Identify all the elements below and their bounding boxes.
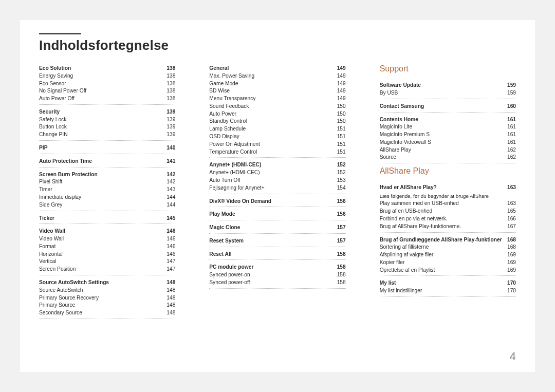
toc-entry[interactable]: Format146: [39, 243, 175, 251]
toc-entry[interactable]: Sound Feedback150: [209, 103, 345, 110]
toc-section: DivX® Video On Demand156: [209, 196, 345, 208]
toc-section-label: DivX® Video On Demand: [209, 198, 271, 206]
toc-section-title[interactable]: General149: [209, 63, 345, 72]
toc-entry[interactable]: Forbind en pc via et netværk.166: [380, 215, 516, 223]
toc-section-title[interactable]: PIP140: [39, 142, 175, 152]
toc-entry[interactable]: MagicInfo Videowall S161: [380, 139, 516, 146]
toc-section-label: Auto Protection Time: [39, 158, 92, 165]
toc-entry-label: Game Mode: [209, 80, 238, 88]
toc-entry[interactable]: Secondary Source148: [39, 309, 175, 317]
toc-section: Software Update159By USB159: [380, 80, 516, 99]
toc-entry[interactable]: Sortering af fillisterne168: [380, 244, 516, 251]
toc-section: Video Wall146Video Wall146Format146Horiz…: [39, 226, 175, 275]
toc-entry[interactable]: Safety Lock139: [39, 116, 175, 124]
toc-entry[interactable]: Video Wall146: [39, 235, 175, 243]
toc-entry[interactable]: Kopier filer169: [380, 259, 516, 267]
toc-entry[interactable]: Power On Adjustment151: [209, 141, 345, 148]
toc-entry[interactable]: Source162: [380, 154, 516, 161]
toc-entry[interactable]: Immediate display144: [39, 194, 175, 201]
toc-entry[interactable]: OSD Display151: [209, 133, 345, 141]
toc-section-title[interactable]: Hvad er AllShare Play?163: [380, 182, 516, 192]
toc-entry[interactable]: Menu Transparency149: [209, 95, 345, 103]
toc-section-label: Reset System: [209, 237, 244, 245]
toc-entry[interactable]: Change PIN139: [39, 131, 175, 139]
toc-entry[interactable]: Horizontal146: [39, 251, 175, 258]
toc-entry[interactable]: AllShare Play162: [380, 146, 516, 154]
toc-entry[interactable]: Synced power-off158: [209, 279, 345, 287]
toc-entry[interactable]: Standby Control150: [209, 118, 345, 125]
toc-entry-page: 138: [166, 87, 175, 95]
toc-section-page: 156: [337, 198, 346, 206]
toc-section-title[interactable]: Brug af Grundlæggende AllShare Play-funk…: [380, 234, 516, 244]
toc-entry[interactable]: Play sammen med en USB-enhed163: [380, 200, 516, 208]
toc-entry[interactable]: MagicInfo Premium S161: [380, 131, 516, 139]
toc-section-title[interactable]: Screen Burn Protection142: [39, 169, 175, 179]
toc-section-title[interactable]: Video Wall146: [39, 226, 175, 235]
toc-section-title[interactable]: Contact Samsung160: [380, 101, 516, 110]
toc-section-title[interactable]: Ticker145: [39, 213, 175, 222]
toc-entry[interactable]: Eco Sensor138: [39, 80, 175, 88]
toc-entry[interactable]: Max. Power Saving149: [209, 72, 345, 80]
toc-entry[interactable]: Synced power-on158: [209, 271, 345, 279]
toc-entry-label: Primary Source Recovery: [39, 294, 99, 302]
toc-entry-page: 165: [507, 208, 516, 215]
toc-entry[interactable]: My list indstillinger170: [380, 287, 516, 295]
toc-entry-page: 170: [507, 287, 516, 295]
toc-entry[interactable]: Brug af en USB-enhed165: [380, 208, 516, 215]
toc-entry[interactable]: Source AutoSwitch148: [39, 287, 175, 294]
toc-entry[interactable]: Auto Power150: [209, 110, 345, 118]
toc-section: Hvad er AllShare Play?163Læs følgende, f…: [380, 182, 516, 232]
toc-entry[interactable]: Primary Source148: [39, 302, 175, 309]
toc-section-title[interactable]: Anynet+ (HDMI-CEC)152: [209, 159, 345, 169]
toc-section-title[interactable]: Software Update159: [380, 80, 516, 89]
toc-entry[interactable]: Auto Turn Off153: [209, 177, 345, 184]
toc-entry-page: 150: [337, 118, 346, 125]
column-3: SupportSoftware Update159By USB159Contac…: [380, 63, 516, 321]
toc-entry[interactable]: Lamp Schedule151: [209, 125, 345, 133]
toc-entry[interactable]: By USB159: [380, 89, 516, 97]
toc-section-title[interactable]: Auto Protection Time141: [39, 156, 175, 165]
toc-entry[interactable]: Temperature Control151: [209, 148, 345, 156]
toc-entry[interactable]: Pixel Shift142: [39, 178, 175, 186]
toc-section: Magic Clone157: [209, 222, 345, 234]
toc-entry[interactable]: Timer143: [39, 186, 175, 194]
toc-section-title[interactable]: Source AutoSwitch Settings148: [39, 277, 175, 287]
toc-entry[interactable]: Primary Source Recovery148: [39, 294, 175, 302]
toc-section-label: Magic Clone: [209, 224, 240, 232]
toc-section-title[interactable]: Reset System157: [209, 235, 345, 245]
toc-section-title[interactable]: PC module power158: [209, 262, 345, 271]
toc-section-title[interactable]: Magic Clone157: [209, 222, 345, 232]
toc-entry[interactable]: MagicInfo Lite161: [380, 123, 516, 131]
toc-entry[interactable]: BD Wise149: [209, 87, 345, 95]
toc-entry[interactable]: Oprettelse af en Playlist169: [380, 267, 516, 274]
toc-section-label: Source AutoSwitch Settings: [39, 279, 109, 287]
toc-section-title[interactable]: Contents Home161: [380, 114, 516, 124]
toc-entry-label: Eco Sensor: [39, 80, 66, 88]
toc-entry[interactable]: Energy Saving138: [39, 72, 175, 80]
toc-section-title[interactable]: DivX® Video On Demand156: [209, 196, 345, 206]
toc-entry[interactable]: Brug af AllShare Play-funktionerne.167: [380, 223, 516, 231]
toc-section: Brug af Grundlæggende AllShare Play-funk…: [380, 234, 516, 276]
toc-section-title[interactable]: Reset All158: [209, 249, 345, 258]
toc-entry[interactable]: Anynet+ (HDMI-CEC)152: [209, 169, 345, 177]
toc-section-title[interactable]: Play Mode156: [209, 209, 345, 218]
toc-entry-label: No Signal Power Off: [39, 87, 86, 95]
toc-section: Auto Protection Time141: [39, 156, 175, 167]
toc-section-title[interactable]: My list170: [380, 277, 516, 287]
toc-entry-page: 161: [507, 131, 516, 139]
toc-entry[interactable]: Auto Power Off138: [39, 95, 175, 103]
toc-entry[interactable]: Side Grey144: [39, 201, 175, 209]
toc-entry[interactable]: Afspilning af valgte filer169: [380, 251, 516, 259]
toc-entry-page: 138: [166, 72, 175, 80]
toc-entry[interactable]: Fejlsøgning for Anynet+154: [209, 184, 345, 192]
toc-entry[interactable]: Game Mode149: [209, 80, 345, 88]
toc-entry[interactable]: Vertical147: [39, 258, 175, 266]
toc-section-title[interactable]: Security139: [39, 106, 175, 116]
toc-entry-label: Button Lock: [39, 123, 67, 131]
toc-section-title[interactable]: Eco Solution138: [39, 63, 175, 72]
toc-entry-page: 144: [166, 201, 175, 209]
toc-entry-label: Horizontal: [39, 251, 63, 258]
toc-entry[interactable]: No Signal Power Off138: [39, 87, 175, 95]
toc-entry[interactable]: Button Lock139: [39, 123, 175, 131]
toc-entry[interactable]: Screen Position147: [39, 266, 175, 273]
